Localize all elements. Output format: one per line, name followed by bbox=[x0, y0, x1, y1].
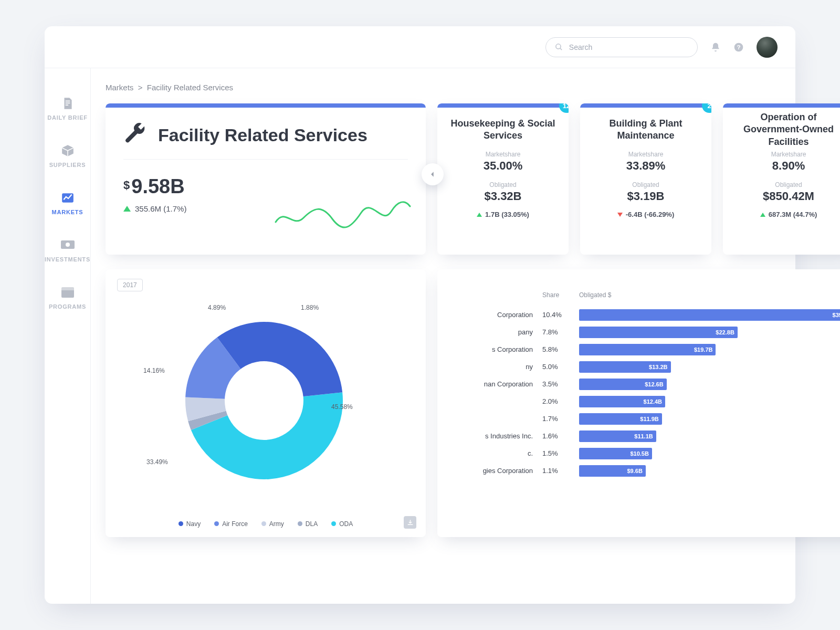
bell-icon[interactable] bbox=[710, 42, 721, 52]
card-accent bbox=[723, 103, 840, 108]
sidebar-item-suppliers[interactable]: SUPPLIERS bbox=[49, 143, 86, 168]
donut-panel: 2017 33.49%14.16%4.89%1.88%45.58% NavyAi… bbox=[106, 269, 426, 537]
marketshare-label: Marketshare bbox=[590, 151, 702, 158]
market-card[interactable]: Operation of Government-Owned Facilities… bbox=[723, 103, 840, 255]
card-title: Operation of Government-Owned Facilities bbox=[732, 117, 840, 142]
table-row: Corporation 10.4% $39.6B bbox=[437, 306, 840, 323]
card-accent bbox=[580, 103, 711, 108]
card-delta: -6.4B (-66.29%) bbox=[590, 211, 702, 218]
trend-up-icon bbox=[477, 213, 482, 217]
obligated-label: Obligated bbox=[732, 181, 840, 188]
breadcrumb: Markets > Facility Related Services bbox=[106, 83, 840, 92]
row-share: 1.5% bbox=[542, 449, 579, 457]
table-row: pany 7.8% $22.8B bbox=[437, 323, 840, 341]
row-share: 1.1% bbox=[542, 467, 579, 475]
table-row: gies Corporation 1.1% $9.6B bbox=[437, 462, 840, 479]
top-contractors-panel: Share Obligated $ Corporation 10.4% $39.… bbox=[437, 269, 840, 537]
marketshare-value: 33.89% bbox=[590, 159, 702, 173]
svg-text:?: ? bbox=[737, 44, 740, 50]
col-head-share: Share bbox=[542, 291, 579, 299]
row-share: 10.4% bbox=[542, 311, 579, 319]
summary-card: Facility Related Services $9.58B 355.6M … bbox=[106, 103, 426, 255]
box-icon bbox=[60, 143, 76, 159]
svg-line-1 bbox=[560, 48, 562, 50]
obligated-label: Obligated bbox=[590, 181, 702, 188]
trend-up-icon bbox=[123, 206, 131, 212]
card-accent bbox=[106, 103, 426, 108]
svg-point-12 bbox=[225, 361, 303, 440]
card-title: Building & Plant Maintenance bbox=[590, 117, 702, 142]
breadcrumb-root[interactable]: Markets bbox=[106, 83, 133, 92]
donut-legend: NavyAir ForceArmyDLAODA bbox=[106, 520, 426, 528]
obligated-value: $3.32B bbox=[447, 190, 559, 203]
legend-item: Army bbox=[261, 520, 284, 528]
sidebar-item-programs[interactable]: PROGRAMS bbox=[49, 285, 86, 310]
marketshare-label: Marketshare bbox=[447, 151, 559, 158]
row-bar: $9.6B bbox=[579, 465, 646, 477]
row-share: 5.8% bbox=[542, 345, 579, 353]
row-bar: $22.8B bbox=[579, 327, 738, 338]
card-title: Housekeeping & Social Services bbox=[447, 117, 559, 142]
sidebar-item-label: DAILY BRIEF bbox=[47, 114, 88, 121]
chart-icon bbox=[60, 190, 76, 206]
svg-rect-11 bbox=[61, 287, 74, 290]
row-bar: $12.6B bbox=[579, 379, 667, 390]
sidebar-item-markets[interactable]: MARKETS bbox=[52, 190, 83, 215]
row-bar: $13.2B bbox=[579, 361, 670, 373]
row-name: Corporation bbox=[437, 311, 542, 319]
row-name: pany bbox=[437, 328, 542, 336]
download-button[interactable] bbox=[404, 516, 416, 529]
scroll-prev-button[interactable] bbox=[422, 163, 444, 185]
row-name: nan Corporation bbox=[437, 380, 542, 388]
wrench-icon bbox=[123, 122, 146, 148]
svg-rect-5 bbox=[65, 102, 70, 103]
table-row: c. 1.5% $10.5B bbox=[437, 445, 840, 462]
slice-label: 33.49% bbox=[146, 458, 168, 466]
marketshare-value: 8.90% bbox=[732, 159, 840, 173]
legend-item: Navy bbox=[178, 520, 201, 528]
row-share: 5.0% bbox=[542, 363, 579, 371]
search-input[interactable] bbox=[569, 43, 689, 51]
table-row: 1.7% $11.9B bbox=[437, 410, 840, 427]
table-row: s Industries Inc. 1.6% $11.1B bbox=[437, 427, 840, 445]
card-accent bbox=[437, 103, 569, 108]
row-bar: $11.9B bbox=[579, 413, 662, 425]
legend-item: ODA bbox=[331, 520, 353, 528]
sparkline bbox=[275, 197, 411, 234]
row-bar: $11.1B bbox=[579, 430, 656, 442]
obligated-value: $3.19B bbox=[590, 190, 702, 203]
slice-label: 45.58% bbox=[331, 403, 353, 411]
search-icon bbox=[554, 42, 564, 52]
slice-label: 4.89% bbox=[208, 304, 226, 311]
document-icon bbox=[60, 96, 76, 111]
money-icon bbox=[60, 237, 76, 253]
row-share: 2.0% bbox=[542, 397, 579, 405]
avatar[interactable] bbox=[757, 37, 778, 58]
market-card[interactable]: 12 Housekeeping & Social Services Market… bbox=[437, 103, 569, 255]
table-row: 2.0% $12.4B bbox=[437, 393, 840, 410]
svg-rect-4 bbox=[65, 101, 70, 102]
sidebar-item-label: SUPPLIERS bbox=[49, 162, 86, 168]
trend-up-icon bbox=[760, 213, 765, 217]
help-icon[interactable]: ? bbox=[733, 42, 744, 52]
summary-value: $9.58B bbox=[123, 175, 408, 198]
market-card[interactable]: 2 Building & Plant Maintenance Marketsha… bbox=[580, 103, 711, 255]
sidebar-item-daily-brief[interactable]: DAILY BRIEF bbox=[47, 96, 88, 121]
search-input-container[interactable] bbox=[545, 37, 698, 57]
sidebar-item-label: INVESTMENTS bbox=[45, 256, 90, 262]
obligated-label: Obligated bbox=[447, 181, 559, 188]
card-delta: 1.7B (33.05%) bbox=[447, 211, 559, 218]
sidebar-item-investments[interactable]: INVESTMENTS bbox=[45, 237, 90, 262]
trend-down-icon bbox=[617, 213, 623, 217]
row-share: 7.8% bbox=[542, 328, 579, 336]
row-bar: $39.6B bbox=[579, 309, 840, 321]
obligated-value: $850.42M bbox=[732, 190, 840, 203]
row-bar: $10.5B bbox=[579, 448, 652, 459]
row-name: gies Corporation bbox=[437, 467, 542, 475]
svg-point-9 bbox=[66, 243, 70, 247]
summary-title: Facility Related Services bbox=[158, 125, 368, 145]
legend-item: Air Force bbox=[214, 520, 248, 528]
table-row: ny 5.0% $13.2B bbox=[437, 358, 840, 375]
card-delta: 687.3M (44.7%) bbox=[732, 211, 840, 218]
row-share: 1.6% bbox=[542, 432, 579, 440]
